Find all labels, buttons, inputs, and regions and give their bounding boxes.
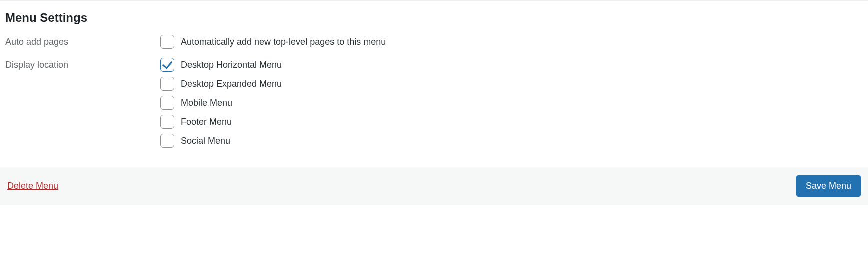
footer-bar: Delete Menu Save Menu (0, 167, 868, 205)
section-title: Menu Settings (5, 11, 863, 25)
display-location-option-label: Desktop Expanded Menu (181, 79, 282, 89)
display-location-option: Mobile Menu (160, 96, 863, 110)
display-location-option: Desktop Horizontal Menu (160, 58, 863, 72)
display-location-label: Display location (5, 58, 160, 70)
display-location-row: Display location Desktop Horizontal Menu… (5, 58, 863, 153)
auto-add-pages-row: Auto add pages Automatically add new top… (5, 35, 863, 54)
delete-menu-link[interactable]: Delete Menu (7, 181, 58, 191)
display-location-checkbox-social[interactable] (160, 134, 174, 148)
display-location-checkbox-footer[interactable] (160, 115, 174, 129)
auto-add-pages-checkbox-label: Automatically add new top-level pages to… (181, 37, 386, 47)
menu-settings-content: Menu Settings Auto add pages Automatical… (0, 0, 868, 167)
display-location-option: Social Menu (160, 134, 863, 148)
display-location-checkbox-desktop-horizontal[interactable] (160, 58, 174, 72)
auto-add-pages-label: Auto add pages (5, 35, 160, 47)
save-menu-button[interactable]: Save Menu (796, 175, 861, 197)
auto-add-pages-checkbox-item: Automatically add new top-level pages to… (160, 35, 863, 49)
display-location-option-label: Desktop Horizontal Menu (181, 60, 282, 70)
display-location-option: Desktop Expanded Menu (160, 77, 863, 91)
display-location-option-label: Footer Menu (181, 117, 232, 127)
display-location-value: Desktop Horizontal Menu Desktop Expanded… (160, 58, 863, 153)
display-location-option: Footer Menu (160, 115, 863, 129)
auto-add-pages-checkbox[interactable] (160, 35, 174, 49)
menu-settings-panel: Menu Settings Auto add pages Automatical… (0, 0, 868, 205)
auto-add-pages-value: Automatically add new top-level pages to… (160, 35, 863, 54)
display-location-option-label: Social Menu (181, 136, 230, 146)
display-location-checkbox-mobile[interactable] (160, 96, 174, 110)
display-location-checkbox-desktop-expanded[interactable] (160, 77, 174, 91)
display-location-option-label: Mobile Menu (181, 98, 232, 108)
